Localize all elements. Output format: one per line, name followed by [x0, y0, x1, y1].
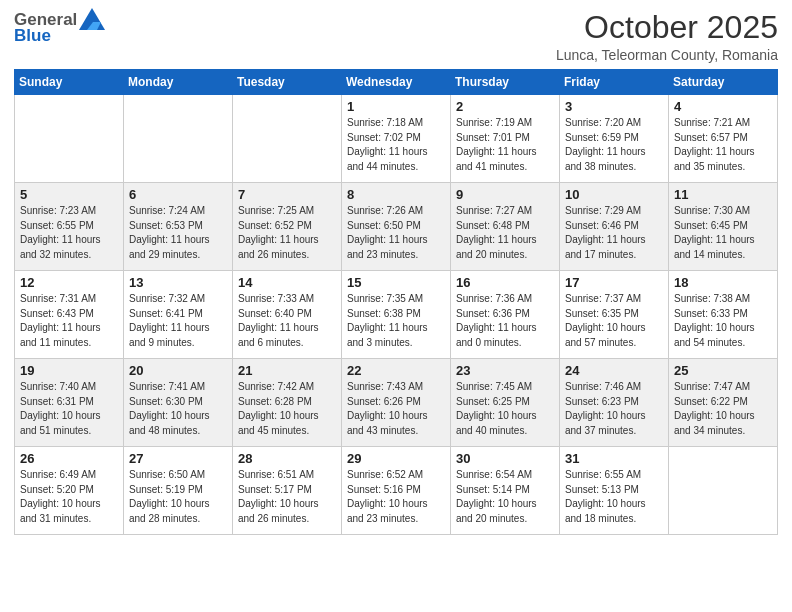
day-number: 29 [347, 451, 445, 466]
day-info: Sunrise: 7:19 AM Sunset: 7:01 PM Dayligh… [456, 116, 554, 174]
day-number: 4 [674, 99, 772, 114]
day-number: 23 [456, 363, 554, 378]
day-cell-22: 22Sunrise: 7:43 AM Sunset: 6:26 PM Dayli… [342, 359, 451, 447]
day-info: Sunrise: 7:45 AM Sunset: 6:25 PM Dayligh… [456, 380, 554, 438]
empty-cell [15, 95, 124, 183]
logo-icon [79, 8, 105, 30]
day-cell-18: 18Sunrise: 7:38 AM Sunset: 6:33 PM Dayli… [669, 271, 778, 359]
day-cell-16: 16Sunrise: 7:36 AM Sunset: 6:36 PM Dayli… [451, 271, 560, 359]
day-number: 14 [238, 275, 336, 290]
day-header-thursday: Thursday [451, 70, 560, 95]
day-cell-25: 25Sunrise: 7:47 AM Sunset: 6:22 PM Dayli… [669, 359, 778, 447]
day-info: Sunrise: 7:46 AM Sunset: 6:23 PM Dayligh… [565, 380, 663, 438]
day-cell-7: 7Sunrise: 7:25 AM Sunset: 6:52 PM Daylig… [233, 183, 342, 271]
day-info: Sunrise: 7:35 AM Sunset: 6:38 PM Dayligh… [347, 292, 445, 350]
day-cell-21: 21Sunrise: 7:42 AM Sunset: 6:28 PM Dayli… [233, 359, 342, 447]
day-number: 11 [674, 187, 772, 202]
day-header-saturday: Saturday [669, 70, 778, 95]
day-cell-4: 4Sunrise: 7:21 AM Sunset: 6:57 PM Daylig… [669, 95, 778, 183]
day-info: Sunrise: 6:50 AM Sunset: 5:19 PM Dayligh… [129, 468, 227, 526]
day-info: Sunrise: 7:18 AM Sunset: 7:02 PM Dayligh… [347, 116, 445, 174]
header: General Blue October 2025 Lunca, Teleorm… [14, 10, 778, 63]
day-cell-1: 1Sunrise: 7:18 AM Sunset: 7:02 PM Daylig… [342, 95, 451, 183]
week-row-3: 12Sunrise: 7:31 AM Sunset: 6:43 PM Dayli… [15, 271, 778, 359]
day-header-sunday: Sunday [15, 70, 124, 95]
day-number: 22 [347, 363, 445, 378]
day-cell-19: 19Sunrise: 7:40 AM Sunset: 6:31 PM Dayli… [15, 359, 124, 447]
day-info: Sunrise: 7:30 AM Sunset: 6:45 PM Dayligh… [674, 204, 772, 262]
day-info: Sunrise: 7:27 AM Sunset: 6:48 PM Dayligh… [456, 204, 554, 262]
day-header-wednesday: Wednesday [342, 70, 451, 95]
day-cell-28: 28Sunrise: 6:51 AM Sunset: 5:17 PM Dayli… [233, 447, 342, 535]
empty-cell [124, 95, 233, 183]
day-cell-27: 27Sunrise: 6:50 AM Sunset: 5:19 PM Dayli… [124, 447, 233, 535]
day-info: Sunrise: 7:38 AM Sunset: 6:33 PM Dayligh… [674, 292, 772, 350]
day-info: Sunrise: 7:20 AM Sunset: 6:59 PM Dayligh… [565, 116, 663, 174]
week-row-2: 5Sunrise: 7:23 AM Sunset: 6:55 PM Daylig… [15, 183, 778, 271]
day-cell-26: 26Sunrise: 6:49 AM Sunset: 5:20 PM Dayli… [15, 447, 124, 535]
day-info: Sunrise: 7:43 AM Sunset: 6:26 PM Dayligh… [347, 380, 445, 438]
page: General Blue October 2025 Lunca, Teleorm… [0, 0, 792, 612]
day-info: Sunrise: 7:21 AM Sunset: 6:57 PM Dayligh… [674, 116, 772, 174]
day-cell-11: 11Sunrise: 7:30 AM Sunset: 6:45 PM Dayli… [669, 183, 778, 271]
day-cell-17: 17Sunrise: 7:37 AM Sunset: 6:35 PM Dayli… [560, 271, 669, 359]
day-info: Sunrise: 7:47 AM Sunset: 6:22 PM Dayligh… [674, 380, 772, 438]
day-cell-10: 10Sunrise: 7:29 AM Sunset: 6:46 PM Dayli… [560, 183, 669, 271]
day-number: 21 [238, 363, 336, 378]
day-number: 26 [20, 451, 118, 466]
day-number: 20 [129, 363, 227, 378]
empty-cell [233, 95, 342, 183]
day-info: Sunrise: 7:25 AM Sunset: 6:52 PM Dayligh… [238, 204, 336, 262]
day-cell-29: 29Sunrise: 6:52 AM Sunset: 5:16 PM Dayli… [342, 447, 451, 535]
day-info: Sunrise: 6:52 AM Sunset: 5:16 PM Dayligh… [347, 468, 445, 526]
day-cell-8: 8Sunrise: 7:26 AM Sunset: 6:50 PM Daylig… [342, 183, 451, 271]
day-info: Sunrise: 6:55 AM Sunset: 5:13 PM Dayligh… [565, 468, 663, 526]
day-info: Sunrise: 7:24 AM Sunset: 6:53 PM Dayligh… [129, 204, 227, 262]
day-cell-30: 30Sunrise: 6:54 AM Sunset: 5:14 PM Dayli… [451, 447, 560, 535]
day-header-monday: Monday [124, 70, 233, 95]
day-cell-20: 20Sunrise: 7:41 AM Sunset: 6:30 PM Dayli… [124, 359, 233, 447]
day-header-friday: Friday [560, 70, 669, 95]
day-number: 16 [456, 275, 554, 290]
day-number: 18 [674, 275, 772, 290]
day-cell-6: 6Sunrise: 7:24 AM Sunset: 6:53 PM Daylig… [124, 183, 233, 271]
day-info: Sunrise: 7:26 AM Sunset: 6:50 PM Dayligh… [347, 204, 445, 262]
logo-blue: Blue [14, 26, 51, 46]
day-info: Sunrise: 7:40 AM Sunset: 6:31 PM Dayligh… [20, 380, 118, 438]
day-info: Sunrise: 6:51 AM Sunset: 5:17 PM Dayligh… [238, 468, 336, 526]
day-cell-31: 31Sunrise: 6:55 AM Sunset: 5:13 PM Dayli… [560, 447, 669, 535]
calendar-header-row: SundayMondayTuesdayWednesdayThursdayFrid… [15, 70, 778, 95]
day-number: 6 [129, 187, 227, 202]
day-info: Sunrise: 7:23 AM Sunset: 6:55 PM Dayligh… [20, 204, 118, 262]
day-cell-2: 2Sunrise: 7:19 AM Sunset: 7:01 PM Daylig… [451, 95, 560, 183]
logo: General Blue [14, 10, 105, 46]
day-number: 30 [456, 451, 554, 466]
day-info: Sunrise: 7:32 AM Sunset: 6:41 PM Dayligh… [129, 292, 227, 350]
day-cell-14: 14Sunrise: 7:33 AM Sunset: 6:40 PM Dayli… [233, 271, 342, 359]
day-header-tuesday: Tuesday [233, 70, 342, 95]
week-row-5: 26Sunrise: 6:49 AM Sunset: 5:20 PM Dayli… [15, 447, 778, 535]
day-number: 10 [565, 187, 663, 202]
day-number: 8 [347, 187, 445, 202]
day-number: 25 [674, 363, 772, 378]
day-info: Sunrise: 7:36 AM Sunset: 6:36 PM Dayligh… [456, 292, 554, 350]
week-row-1: 1Sunrise: 7:18 AM Sunset: 7:02 PM Daylig… [15, 95, 778, 183]
day-cell-13: 13Sunrise: 7:32 AM Sunset: 6:41 PM Dayli… [124, 271, 233, 359]
day-number: 12 [20, 275, 118, 290]
day-info: Sunrise: 7:41 AM Sunset: 6:30 PM Dayligh… [129, 380, 227, 438]
day-number: 19 [20, 363, 118, 378]
day-number: 13 [129, 275, 227, 290]
day-info: Sunrise: 7:42 AM Sunset: 6:28 PM Dayligh… [238, 380, 336, 438]
day-info: Sunrise: 7:29 AM Sunset: 6:46 PM Dayligh… [565, 204, 663, 262]
title-block: October 2025 Lunca, Teleorman County, Ro… [556, 10, 778, 63]
day-number: 9 [456, 187, 554, 202]
day-number: 7 [238, 187, 336, 202]
day-cell-24: 24Sunrise: 7:46 AM Sunset: 6:23 PM Dayli… [560, 359, 669, 447]
day-cell-15: 15Sunrise: 7:35 AM Sunset: 6:38 PM Dayli… [342, 271, 451, 359]
month-title: October 2025 [556, 10, 778, 45]
week-row-4: 19Sunrise: 7:40 AM Sunset: 6:31 PM Dayli… [15, 359, 778, 447]
day-number: 24 [565, 363, 663, 378]
empty-cell [669, 447, 778, 535]
day-info: Sunrise: 7:31 AM Sunset: 6:43 PM Dayligh… [20, 292, 118, 350]
day-info: Sunrise: 6:54 AM Sunset: 5:14 PM Dayligh… [456, 468, 554, 526]
